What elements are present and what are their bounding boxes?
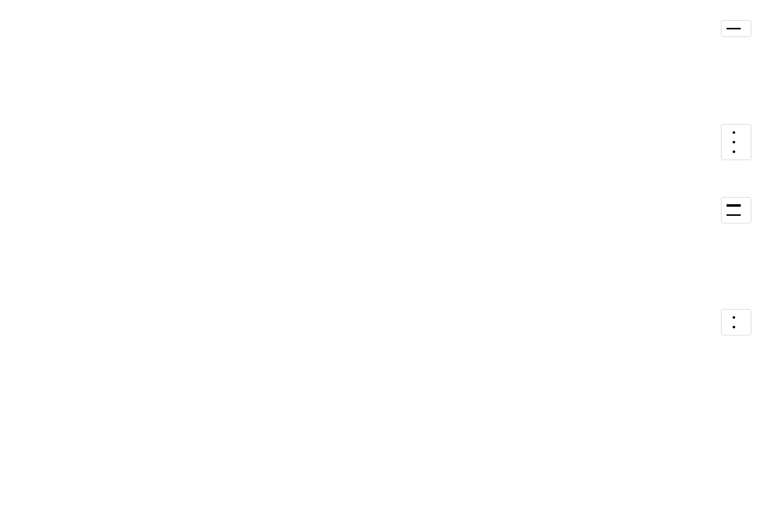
not-ok-dot-sample	[733, 131, 735, 134]
chart-canvas	[0, 0, 760, 532]
legend-sample	[726, 204, 742, 207]
legend-item-ok	[726, 322, 746, 332]
legend-sample	[726, 326, 742, 328]
legend-sample	[726, 28, 742, 29]
legend-sample	[726, 214, 742, 216]
highlighted-dot-sample	[733, 141, 735, 143]
legend-item-mag-agasc	[726, 24, 746, 33]
legend-sample	[726, 141, 742, 143]
ok-dot-sample	[733, 150, 735, 153]
legend-item-not-ok	[726, 128, 746, 137]
legend-item-highlighted	[726, 313, 746, 322]
ok-dot-sample	[733, 326, 735, 328]
legend-item-mag-obsid	[726, 201, 746, 210]
legend-item-ok	[726, 147, 746, 157]
legend-mag-agasc	[721, 20, 751, 37]
mag-agasc-line-sample	[727, 28, 741, 29]
mag-line-sample	[727, 214, 741, 216]
legend-item-highlighted	[726, 137, 746, 147]
highlighted-dot-sample	[733, 316, 735, 319]
figure	[0, 0, 760, 532]
legend-sample	[726, 316, 742, 319]
mag-obsid-line-sample	[727, 204, 741, 207]
legend-mid-point-types	[721, 309, 751, 335]
legend-top-point-types	[721, 124, 751, 160]
legend-sample	[726, 150, 742, 153]
legend-mag-obsid	[721, 197, 751, 223]
legend-sample	[726, 131, 742, 134]
legend-item-mag	[726, 210, 746, 220]
